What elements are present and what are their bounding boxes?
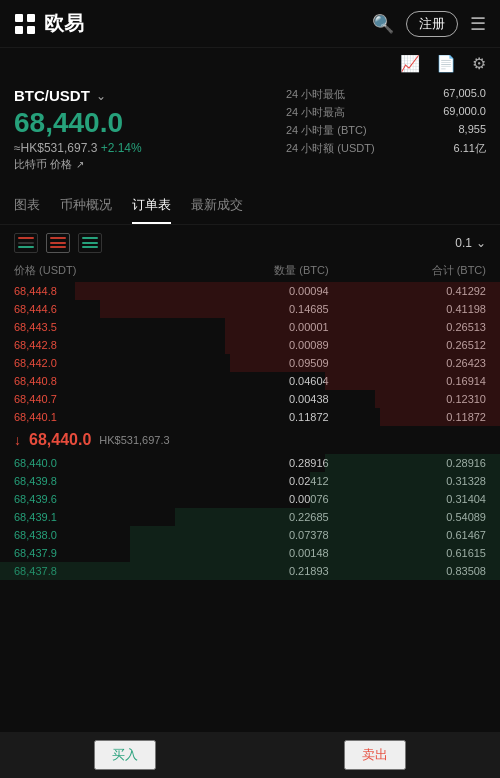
bid-total: 0.31328: [329, 475, 486, 487]
sell-button[interactable]: 卖出: [344, 740, 406, 770]
svg-rect-3: [27, 26, 35, 34]
external-link-icon[interactable]: ↗: [76, 159, 84, 170]
hk-price: ≈HK$531,697.3 +2.14%: [14, 141, 286, 155]
bid-price: 68,438.0: [14, 529, 171, 541]
ask-qty: 0.00001: [171, 321, 328, 333]
stat-row-vol-usdt: 24 小时额 (USDT) 6.11亿: [286, 141, 486, 156]
bid-price: 68,439.1: [14, 511, 171, 523]
main-price: 68,440.0: [14, 108, 286, 139]
bid-qty: 0.07378: [171, 529, 328, 541]
tabs: 图表 币种概况 订单表 最新成交: [0, 188, 500, 225]
pair-row: BTC/USDT ⌄: [14, 87, 286, 104]
ask-price: 68,443.5: [14, 321, 171, 333]
view-icon-group: [14, 233, 102, 253]
settings-icon[interactable]: ⚙: [472, 54, 486, 73]
register-button[interactable]: 注册: [406, 11, 458, 37]
bid-qty: 0.00076: [171, 493, 328, 505]
ask-row: 68,442.0 0.09509 0.26423: [0, 354, 500, 372]
svg-rect-1: [27, 14, 35, 22]
ask-total: 0.26513: [329, 321, 486, 333]
view-asks-icon[interactable]: [46, 233, 70, 253]
bid-price: 68,437.8: [14, 565, 171, 577]
price-left: BTC/USDT ⌄ 68,440.0 ≈HK$531,697.3 +2.14%…: [14, 87, 286, 172]
down-arrow-icon: ↓: [14, 432, 21, 448]
tab-chart[interactable]: 图表: [14, 188, 40, 224]
bid-qty: 0.21893: [171, 565, 328, 577]
search-icon[interactable]: 🔍: [372, 13, 394, 35]
ask-price: 68,440.7: [14, 393, 171, 405]
bid-price: 68,439.8: [14, 475, 171, 487]
coin-label: 比特币 价格 ↗: [14, 157, 286, 172]
logo-icon: [14, 13, 36, 35]
ask-qty: 0.09509: [171, 357, 328, 369]
stats-panel: 24 小时最低 67,005.0 24 小时最高 69,000.0 24 小时量…: [286, 87, 486, 172]
bid-total: 0.54089: [329, 511, 486, 523]
bids-list: 68,440.0 0.28916 0.28916 68,439.8 0.0241…: [0, 454, 500, 580]
price-section: BTC/USDT ⌄ 68,440.0 ≈HK$531,697.3 +2.14%…: [0, 79, 500, 182]
view-both-icon[interactable]: [14, 233, 38, 253]
tab-orderbook[interactable]: 订单表: [132, 188, 171, 224]
ask-row: 68,444.8 0.00094 0.41292: [0, 282, 500, 300]
bid-price: 68,437.9: [14, 547, 171, 559]
ask-price: 68,442.0: [14, 357, 171, 369]
price-change: +2.14%: [101, 141, 142, 155]
bid-row: 68,437.8 0.21893 0.83508: [0, 562, 500, 580]
document-icon[interactable]: 📄: [436, 54, 456, 73]
ask-row: 68,443.5 0.00001 0.26513: [0, 318, 500, 336]
header-actions: 🔍 注册 ☰: [372, 11, 486, 37]
asks-list: 68,444.8 0.00094 0.41292 68,444.6 0.1468…: [0, 282, 500, 426]
pair-dropdown-icon[interactable]: ⌄: [96, 89, 106, 103]
ask-total: 0.26423: [329, 357, 486, 369]
ask-total: 0.26512: [329, 339, 486, 351]
bottom-bar: 买入 卖出: [0, 732, 500, 778]
ask-qty: 0.00089: [171, 339, 328, 351]
menu-icon[interactable]: ☰: [470, 13, 486, 35]
stat-row-low: 24 小时最低 67,005.0: [286, 87, 486, 102]
view-bids-icon[interactable]: [78, 233, 102, 253]
chevron-down-icon: ⌄: [476, 236, 486, 250]
bid-total: 0.31404: [329, 493, 486, 505]
ask-total: 0.16914: [329, 375, 486, 387]
ask-price: 68,444.6: [14, 303, 171, 315]
bid-row: 68,439.1 0.22685 0.54089: [0, 508, 500, 526]
chart-icon[interactable]: 📈: [400, 54, 420, 73]
bid-qty: 0.28916: [171, 457, 328, 469]
sub-header: 📈 📄 ⚙: [0, 48, 500, 79]
logo: 欧易: [14, 10, 84, 37]
decimal-selector[interactable]: 0.1 ⌄: [455, 236, 486, 250]
bid-total: 0.83508: [329, 565, 486, 577]
bid-row: 68,439.6 0.00076 0.31404: [0, 490, 500, 508]
bid-total: 0.61467: [329, 529, 486, 541]
ask-price: 68,440.8: [14, 375, 171, 387]
ask-total: 0.12310: [329, 393, 486, 405]
tab-coin-overview[interactable]: 币种概况: [60, 188, 112, 224]
ask-total: 0.11872: [329, 411, 486, 423]
tab-recent-trades[interactable]: 最新成交: [191, 188, 243, 224]
ask-qty: 0.11872: [171, 411, 328, 423]
ask-qty: 0.04604: [171, 375, 328, 387]
bid-qty: 0.00148: [171, 547, 328, 559]
bid-total: 0.28916: [329, 457, 486, 469]
bid-price: 68,440.0: [14, 457, 171, 469]
ask-price: 68,440.1: [14, 411, 171, 423]
bid-row: 68,440.0 0.28916 0.28916: [0, 454, 500, 472]
ask-price: 68,442.8: [14, 339, 171, 351]
ask-row: 68,444.6 0.14685 0.41198: [0, 300, 500, 318]
bid-qty: 0.02412: [171, 475, 328, 487]
last-price: 68,440.0: [29, 431, 91, 449]
bid-row: 68,437.9 0.00148 0.61615: [0, 544, 500, 562]
bid-row: 68,439.8 0.02412 0.31328: [0, 472, 500, 490]
ask-qty: 0.14685: [171, 303, 328, 315]
logo-text: 欧易: [44, 10, 84, 37]
bid-total: 0.61615: [329, 547, 486, 559]
ask-total: 0.41198: [329, 303, 486, 315]
ask-price: 68,444.8: [14, 285, 171, 297]
ask-row: 68,440.8 0.04604 0.16914: [0, 372, 500, 390]
buy-button[interactable]: 买入: [94, 740, 156, 770]
ask-row: 68,440.7 0.00438 0.12310: [0, 390, 500, 408]
ask-row: 68,442.8 0.00089 0.26512: [0, 336, 500, 354]
pair-name: BTC/USDT: [14, 87, 90, 104]
bid-row: 68,438.0 0.07378 0.61467: [0, 526, 500, 544]
stat-row-high: 24 小时最高 69,000.0: [286, 105, 486, 120]
orderbook-controls: 0.1 ⌄: [0, 225, 500, 261]
